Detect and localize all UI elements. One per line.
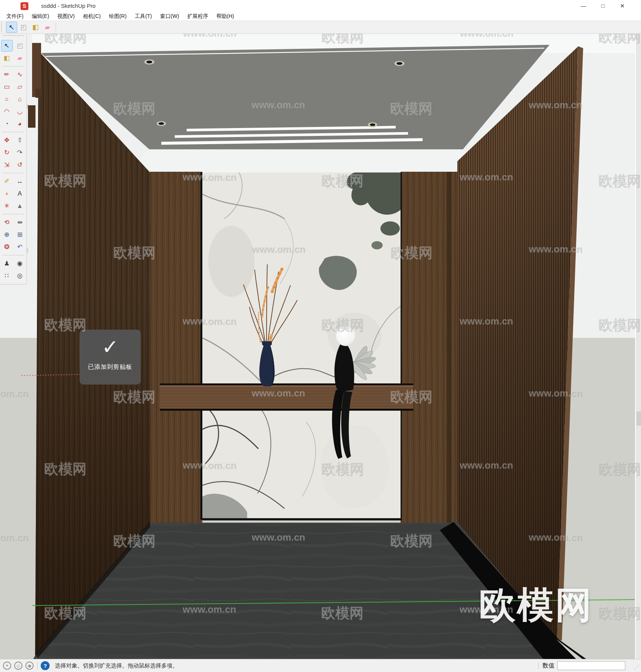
palette-grip[interactable]	[3, 35, 24, 38]
menu-item-6[interactable]: 工具(T)	[131, 13, 156, 20]
walk-tool-icon: ∷	[5, 272, 9, 280]
toolbar-separator	[56, 22, 56, 32]
push-pull-tool[interactable]: ⇧	[14, 134, 26, 146]
wood-shelf	[160, 383, 413, 411]
paint-bucket-tool[interactable]: ◧	[1, 52, 13, 64]
tape-measure-tool[interactable]: ✐	[1, 175, 13, 187]
claim-credit-icon[interactable]: ☺	[14, 662, 22, 670]
offset-tool-icon: ↺	[17, 161, 22, 169]
rectangle-tool-icon: ▭	[4, 83, 10, 91]
circle-tool[interactable]: ○	[1, 93, 13, 105]
make-component-tool[interactable]: ◰	[18, 22, 29, 33]
protractor-tool[interactable]: ◖	[1, 188, 13, 199]
select-tool-icon: ↖	[9, 23, 14, 31]
menu-item-4[interactable]: 相机(C)	[79, 13, 105, 20]
minimize-button[interactable]: —	[575, 0, 592, 12]
pan-tool[interactable]: ⇹	[14, 217, 26, 228]
freehand-tool-icon: ∿	[17, 71, 22, 78]
pan-tool-icon: ⇹	[17, 218, 22, 226]
menu-item-1[interactable]: 文件(F)	[2, 13, 28, 20]
zoom-extents-tool[interactable]: ❂	[1, 241, 13, 253]
make-component-tool[interactable]: ◰	[14, 40, 26, 52]
menu-item-9[interactable]: 帮助(H)	[212, 13, 238, 20]
polygon-tool-icon: ⌂	[18, 96, 22, 103]
3d-text-tool[interactable]: ▲	[14, 200, 26, 212]
menu-item-5[interactable]: 绘图(R)	[105, 13, 131, 20]
rotated-rectangle-tool[interactable]: ▱	[14, 81, 26, 93]
status-separator	[37, 662, 38, 669]
orbit-tool-icon: ⟲	[4, 218, 9, 226]
clipboard-toast: ✓ 已添加到剪贴板	[80, 330, 141, 385]
arc-tool-icon: ◠	[4, 108, 10, 115]
push-pull-tool-icon: ⇧	[17, 136, 22, 144]
tape-measure-tool-icon: ✐	[4, 177, 9, 185]
menu-bar: 文件(F)编辑(E)视图(V)相机(C)绘图(R)工具(T)窗口(W)扩展程序帮…	[0, 12, 641, 21]
two-point-arc-tool-icon: ◡	[17, 108, 23, 115]
geolocation-icon[interactable]: ⌖	[3, 662, 11, 670]
sign-in-icon[interactable]: ☻	[25, 662, 34, 670]
select-tool-icon: ↖	[4, 42, 9, 50]
turn-around-tool-icon: ◎	[17, 272, 23, 280]
paint-bucket-tool[interactable]: ◧	[30, 22, 41, 33]
polygon-tool[interactable]: ⌂	[14, 93, 26, 105]
palette-separator	[2, 255, 24, 255]
menu-item-8[interactable]: 扩展程序	[183, 13, 212, 20]
eraser-tool[interactable]: ▰	[14, 52, 26, 64]
text-tool[interactable]: A	[14, 188, 26, 199]
zoom-tool[interactable]: ⊕	[1, 229, 13, 240]
move-tool[interactable]: ✥	[1, 134, 13, 146]
rectangle-tool[interactable]: ▭	[1, 81, 13, 93]
pie-tool[interactable]: ◕	[14, 118, 26, 130]
paint-bucket-tool-icon: ◧	[32, 23, 38, 31]
help-icon[interactable]: ?	[41, 661, 50, 670]
dimension-tool[interactable]: ↔	[14, 175, 26, 187]
status-hint-text: 选择对象。切换到扩充选择。拖动鼠标选择多项。	[55, 662, 178, 669]
marble-wall	[202, 172, 401, 520]
look-around-tool-icon: ◉	[17, 259, 23, 267]
eraser-tool-icon: ▰	[17, 54, 22, 62]
three-point-arc-tool[interactable]: ◔	[1, 118, 13, 130]
turn-around-tool[interactable]: ◎	[14, 270, 26, 281]
menu-item-2[interactable]: 编辑(E)	[28, 13, 53, 20]
paint-bucket-tool-icon: ◧	[4, 54, 10, 62]
select-tool[interactable]: ↖	[6, 22, 17, 33]
text-tool-icon: A	[18, 190, 22, 197]
rotate-tool[interactable]: ↻	[1, 147, 13, 158]
position-camera-tool-icon: ♟	[4, 259, 9, 267]
top-toolbar: ↖◰◧▰	[0, 21, 641, 34]
title-bar: S ssddd - SketchUp Pro — □ ✕	[0, 0, 641, 12]
toolbar-grip[interactable]	[1, 22, 4, 32]
menu-item-3[interactable]: 视图(V)	[53, 13, 79, 20]
line-tool[interactable]: ✏	[1, 69, 13, 80]
freehand-tool[interactable]: ∿	[14, 69, 26, 80]
measurements-input[interactable]	[557, 661, 625, 670]
palette-separator	[2, 173, 24, 173]
status-bar: ⌖☺☻ ? 选择对象。切换到扩充选择。拖动鼠标选择多项。 数值 ⋰	[0, 659, 641, 672]
make-component-tool-icon: ◰	[20, 23, 27, 31]
orbit-tool[interactable]: ⟲	[1, 217, 13, 228]
axes-tool-icon: ✳	[4, 202, 9, 210]
position-camera-tool[interactable]: ♟	[1, 258, 13, 269]
zoom-window-tool[interactable]: ⊞	[14, 229, 26, 240]
eraser-tool-icon: ▰	[45, 23, 50, 31]
resize-grip-icon[interactable]: ⋰	[634, 664, 640, 671]
scale-tool[interactable]: ⇲	[1, 159, 13, 171]
previous-view-tool[interactable]: ↶	[14, 241, 26, 253]
close-button[interactable]: ✕	[614, 0, 631, 12]
rotated-rectangle-tool-icon: ▱	[17, 83, 22, 91]
walk-tool[interactable]: ∷	[1, 270, 13, 281]
eraser-tool[interactable]: ▰	[42, 22, 53, 33]
menu-item-7[interactable]: 窗口(W)	[156, 13, 183, 20]
follow-me-tool[interactable]: ↷	[14, 147, 26, 158]
arc-tool[interactable]: ◠	[1, 106, 13, 117]
axes-tool[interactable]: ✳	[1, 200, 13, 212]
rotate-tool-icon: ↻	[4, 149, 9, 156]
window-title: ssddd - SketchUp Pro	[41, 3, 96, 9]
maximize-button[interactable]: □	[594, 0, 612, 12]
sketchup-window: 栈 线 ✓ 已添加到剪贴板 欧模网www.om.cn欧模网www.om.cn欧模…	[0, 0, 641, 672]
status-separator	[538, 662, 539, 669]
two-point-arc-tool[interactable]: ◡	[14, 106, 26, 117]
offset-tool[interactable]: ↺	[14, 159, 26, 171]
look-around-tool[interactable]: ◉	[14, 258, 26, 269]
select-tool[interactable]: ↖	[1, 40, 13, 52]
